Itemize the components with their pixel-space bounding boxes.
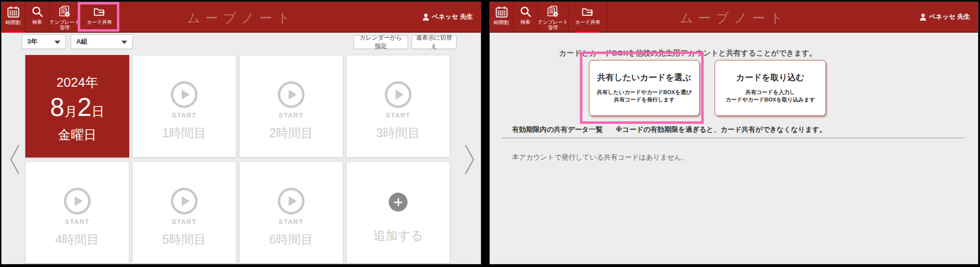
user-name: ベネッセ 先生 — [929, 12, 970, 21]
date-card[interactable]: 2024年 8月2日 金曜日 — [25, 55, 129, 158]
play-icon — [385, 81, 412, 108]
no-share-codes-message: 本アカウントで発行している共有コードはありません。 — [512, 153, 688, 162]
period-label: 6時間目 — [269, 231, 313, 248]
period-card-1[interactable]: START 1時間目 — [132, 55, 236, 158]
shared-data-section-header: 有効期限内の共有データ一覧 ※コードの有効期限を過ぎると、カード共有ができなくな… — [512, 125, 826, 134]
user-icon — [422, 13, 429, 21]
timetable-screen: 時間割 検索 テンプレート管理 カード共有 ムーブノート ベ — [1, 1, 481, 265]
start-label: START — [386, 111, 411, 119]
app-title: ムーブノート — [490, 9, 978, 27]
prev-day-chevron[interactable] — [8, 143, 21, 176]
user-badge[interactable]: ベネッセ 先生 — [422, 12, 473, 21]
chevron-down-icon — [121, 41, 127, 44]
chevron-down-icon — [54, 41, 60, 44]
user-badge[interactable]: ベネッセ 先生 — [920, 12, 970, 21]
shared-data-list-title: 有効期限内の共有データ一覧 — [512, 125, 603, 134]
class-select[interactable]: A組 — [71, 34, 133, 49]
app-header-left: 時間割 検索 テンプレート管理 カード共有 ムーブノート ベ — [1, 2, 481, 33]
start-label: START — [172, 111, 197, 119]
import-cards-button[interactable]: カードを取り込む 共有コードを入力し カードやカードBOXを取り込みます — [715, 60, 826, 116]
import-button-desc: 共有コードを入力し カードやカードBOXを取り込みます — [725, 89, 815, 104]
period-card-5[interactable]: START 5時間目 — [132, 161, 236, 264]
play-icon — [64, 188, 91, 214]
add-period-label: 追加する — [373, 227, 423, 244]
app-title: ムーブノート — [1, 9, 481, 27]
week-view-button[interactable]: 週表示に切替え — [412, 35, 457, 49]
date-month-suffix: 月 — [64, 103, 77, 120]
play-icon — [171, 81, 198, 108]
user-icon — [920, 13, 927, 21]
start-label: START — [65, 218, 90, 225]
period-label: 3時間目 — [376, 125, 420, 141]
date-month: 8 — [50, 94, 64, 120]
screenshot-canvas: 時間割 検索 テンプレート管理 カード共有 ムーブノート ベ — [0, 0, 980, 267]
shared-data-expiry-note: ※コードの有効期限を過ぎると、カード共有ができなくなります。 — [616, 125, 826, 134]
grade-select[interactable]: 3年 — [22, 34, 66, 49]
date-year: 2024年 — [56, 74, 98, 91]
section-divider — [502, 138, 965, 138]
plus-icon — [389, 193, 408, 212]
period-label: 2時間目 — [269, 125, 313, 141]
add-period-card[interactable]: 追加する — [346, 161, 450, 264]
period-card-6[interactable]: START 6時間目 — [239, 161, 343, 264]
app-header-right: 時間割 検索 テンプレート管理 カード共有 ムーブノート ベネッセ 先生 — [490, 2, 978, 33]
play-icon — [278, 81, 305, 108]
date-day: 2 — [77, 94, 92, 120]
date-weekday: 金曜日 — [58, 126, 97, 144]
import-button-title: カードを取り込む — [736, 72, 805, 83]
grade-select-value: 3年 — [27, 37, 37, 46]
play-icon — [278, 188, 305, 214]
date-line: 8月2日 — [50, 94, 104, 120]
play-icon — [171, 188, 198, 214]
next-day-chevron[interactable] — [463, 143, 476, 176]
card-share-screen: 時間割 検索 テンプレート管理 カード共有 ムーブノート ベネッセ 先生 — [489, 1, 979, 265]
date-day-suffix: 日 — [92, 103, 104, 120]
period-label: 5時間目 — [162, 231, 206, 248]
period-label: 1時間目 — [162, 125, 206, 141]
annotation-highlight-card-share-nav — [78, 2, 119, 32]
start-label: START — [172, 218, 197, 225]
user-name: ベネッセ 先生 — [432, 12, 473, 21]
annotation-highlight-share-button — [580, 52, 704, 124]
period-card-2[interactable]: START 2時間目 — [239, 55, 343, 158]
period-label: 4時間目 — [55, 231, 100, 248]
period-card-3[interactable]: START 3時間目 — [346, 55, 450, 158]
class-select-value: A組 — [76, 37, 87, 46]
start-label: START — [279, 111, 304, 119]
period-card-4[interactable]: START 4時間目 — [25, 161, 129, 264]
start-label: START — [279, 218, 304, 225]
calendar-picker-button[interactable]: カレンダーから指定 — [354, 35, 408, 49]
